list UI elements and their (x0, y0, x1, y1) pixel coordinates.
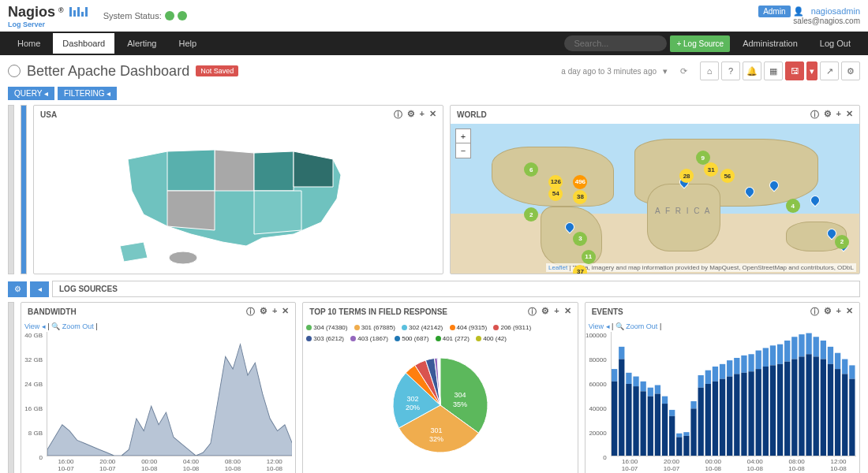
plus-icon[interactable]: + (554, 306, 559, 318)
info-icon[interactable]: ⓘ (810, 306, 819, 318)
nav-alerting[interactable]: Alerting (118, 33, 166, 54)
map-cluster-marker[interactable]: 56 (720, 169, 735, 183)
svg-rect-69 (835, 353, 840, 369)
nav-dashboard[interactable]: Dashboard (53, 33, 114, 54)
save-dropdown[interactable]: ▾ (806, 61, 817, 80)
plus-icon[interactable]: + (272, 306, 277, 318)
refresh-icon[interactable]: ⟳ (680, 66, 687, 76)
chevron-down-icon[interactable]: ▾ (663, 66, 668, 76)
svg-rect-8 (612, 382, 617, 456)
query-toggle[interactable]: QUERY ◂ (8, 87, 54, 100)
svg-rect-60 (799, 356, 804, 456)
svg-rect-55 (784, 341, 790, 362)
close-icon[interactable]: ✕ (564, 306, 571, 318)
search-input[interactable] (564, 35, 667, 51)
save-button[interactable]: 🖫 (785, 61, 804, 80)
svg-rect-31 (698, 375, 703, 388)
zoom-control[interactable]: +− (455, 128, 471, 158)
svg-rect-19 (654, 385, 660, 394)
svg-rect-40 (727, 377, 732, 456)
nav-administration[interactable]: Administration (733, 33, 807, 54)
nav-home[interactable]: Home (8, 33, 50, 54)
svg-rect-44 (741, 373, 746, 456)
close-icon[interactable]: ✕ (429, 109, 436, 121)
home-button[interactable]: ⌂ (700, 61, 719, 80)
row-handle-active[interactable] (21, 105, 27, 274)
gear-icon[interactable]: ⚙ (407, 109, 415, 121)
map-cluster-marker[interactable]: 11 (582, 250, 596, 264)
events-chart[interactable]: 100000800006000040000200000 16:0010-0720… (586, 332, 859, 473)
settings-button[interactable]: ⚙ (841, 61, 860, 80)
row-collapse-icon[interactable]: ◂ (30, 281, 49, 297)
row-settings-icon[interactable]: ⚙ (8, 281, 27, 297)
svg-rect-30 (690, 408, 696, 456)
gear-icon[interactable]: ⚙ (824, 109, 832, 121)
svg-rect-29 (690, 401, 696, 408)
alerts-button[interactable]: 🔔 (743, 61, 761, 80)
svg-rect-58 (791, 359, 797, 456)
zoom-out-link[interactable]: Zoom Out (626, 322, 657, 330)
time-range-label[interactable]: a day ago to 3 minutes ago (561, 67, 657, 76)
map-cluster-marker[interactable]: 496 (573, 175, 587, 189)
nav-logout[interactable]: Log Out (810, 33, 860, 54)
svg-rect-43 (741, 356, 746, 373)
svg-rect-12 (626, 384, 631, 456)
svg-text:20%: 20% (406, 404, 420, 412)
svg-rect-25 (676, 434, 682, 438)
world-map[interactable]: A F R I C A +− Leaflet | "Data, imagery … (451, 124, 859, 274)
pie-legend: 304 (74380) 301 (67885) 302 (42142) 404 … (303, 321, 577, 346)
view-link[interactable]: View ◂ (589, 322, 610, 330)
info-icon[interactable]: ⓘ (246, 306, 255, 318)
svg-rect-63 (813, 337, 818, 356)
map-cluster-marker[interactable]: 2 (835, 235, 849, 249)
svg-rect-71 (842, 359, 847, 374)
page-title: Better Apache Dashboard (27, 63, 189, 80)
svg-text:302: 302 (406, 395, 418, 403)
gear-icon[interactable]: ⚙ (824, 306, 832, 318)
close-icon[interactable]: ✕ (846, 306, 853, 318)
svg-rect-51 (769, 345, 775, 365)
username-link[interactable]: nagiosadmin (811, 6, 860, 16)
row-handle[interactable] (8, 105, 14, 274)
map-cluster-marker[interactable]: 28 (679, 169, 694, 183)
info-icon[interactable]: ⓘ (810, 109, 819, 121)
svg-rect-72 (842, 374, 847, 456)
share-button[interactable]: ↗ (820, 61, 839, 80)
view-link[interactable]: View ◂ (24, 322, 46, 330)
map-cluster-marker[interactable]: 38 (573, 190, 587, 204)
svg-text:304: 304 (454, 391, 466, 399)
svg-rect-53 (777, 345, 783, 364)
info-icon[interactable]: ⓘ (528, 306, 537, 318)
map-cluster-marker[interactable]: 54 (548, 187, 563, 201)
close-icon[interactable]: ✕ (846, 109, 853, 121)
leaflet-link[interactable]: Leaflet (548, 264, 567, 271)
usa-map[interactable] (34, 124, 443, 274)
gear-icon[interactable]: ⚙ (541, 306, 549, 318)
plus-icon[interactable]: + (420, 109, 425, 121)
zoom-out-link[interactable]: Zoom Out (62, 322, 94, 330)
panel-button[interactable]: ▦ (764, 61, 783, 80)
bandwidth-chart[interactable]: 40 GB32 GB24 GB16 GB8 GB0 16:0010-0720:0… (21, 332, 295, 473)
svg-rect-45 (748, 354, 754, 371)
svg-rect-62 (806, 354, 811, 456)
info-icon[interactable]: ⓘ (394, 109, 402, 121)
svg-rect-39 (727, 360, 732, 376)
add-log-source-button[interactable]: + Log Source (670, 35, 730, 52)
gear-icon[interactable]: ⚙ (260, 306, 268, 318)
row-handle[interactable] (8, 302, 14, 473)
panel-title-usa: USA (40, 110, 57, 119)
globe-icon (8, 65, 21, 77)
plus-icon[interactable]: + (836, 306, 841, 318)
svg-rect-21 (662, 397, 668, 404)
map-cluster-marker[interactable]: 2 (524, 207, 538, 222)
status-ok-icon (165, 11, 174, 20)
nav-help[interactable]: Help (169, 33, 206, 54)
filtering-toggle[interactable]: FILTERING ◂ (58, 87, 117, 100)
plus-icon[interactable]: + (836, 109, 841, 121)
map-cluster-marker[interactable]: 4 (786, 199, 800, 213)
close-icon[interactable]: ✕ (282, 306, 289, 318)
logo-bars-icon (69, 7, 88, 17)
help-button[interactable]: ? (721, 61, 740, 80)
pie-chart[interactable]: 30435%30132%30220% (303, 346, 577, 464)
svg-rect-37 (720, 364, 725, 379)
